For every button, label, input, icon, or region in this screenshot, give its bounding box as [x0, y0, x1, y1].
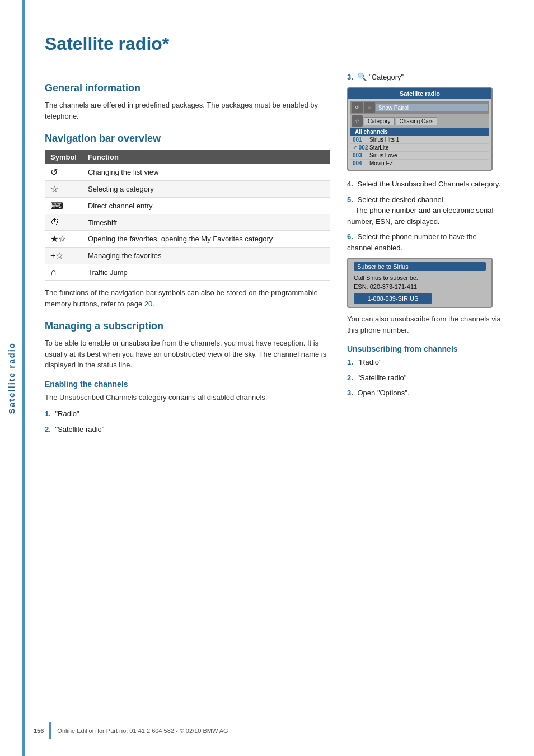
- step3-icon: 🔍: [357, 72, 367, 81]
- subscribe-line2: ESN: 020-373-171-411: [354, 282, 486, 291]
- nav-symbol: +☆: [45, 248, 82, 264]
- unsub-step: 3. Open "Options".: [347, 388, 504, 399]
- nav-function: Selecting a category: [82, 181, 330, 198]
- step-text: "Radio": [357, 358, 381, 366]
- enabling-step: 2. "Satellite radio": [45, 424, 330, 435]
- step-text: "Satellite radio": [55, 425, 104, 433]
- channel-label: Sirius Hits 1: [369, 137, 399, 143]
- unsubscribing-subheading: Unsubscribing from channels: [347, 344, 504, 353]
- side-stripe: [22, 0, 25, 756]
- nav-table-row: ☆ Selecting a category: [45, 181, 330, 198]
- channel-row: 001 Sirius Hits 1: [350, 136, 489, 144]
- step-num: 4.: [347, 180, 353, 188]
- enabling-body: The Unsubscribed Channels category conta…: [45, 392, 330, 403]
- footer: 156 Online Edition for Part no. 01 41 2 …: [34, 722, 534, 739]
- nav-function: Changing the list view: [82, 164, 330, 181]
- unsub-step: 2. "Satellite radio": [347, 372, 504, 384]
- step-text: Select the phone number to have the chan…: [347, 232, 477, 252]
- footer-bar: [49, 722, 51, 739]
- right-step: 4. Select the Unsubscribed Channels cate…: [347, 179, 504, 190]
- nav-symbol: ↺: [45, 164, 82, 181]
- subscribe-note: You can also unsubscribe from the channe…: [347, 314, 504, 335]
- step-num: 1.: [347, 358, 353, 366]
- nav-symbol: ☆: [45, 181, 82, 198]
- channel-label: Movin EZ: [369, 160, 393, 166]
- channel-label: StarLite: [369, 144, 388, 151]
- subscribe-button[interactable]: 1-888-539-SIRIUS: [354, 293, 432, 304]
- unsub-step: 1. "Radio": [347, 357, 504, 368]
- nav-function: Managing the favorites: [82, 248, 330, 264]
- channel-num: 003: [353, 152, 369, 158]
- nav-function: Traffic Jump: [82, 264, 330, 281]
- right-step: 5. Select the desired channel. The phone…: [347, 194, 504, 227]
- step-text: Select the Unsubscribed Channels categor…: [357, 180, 500, 188]
- footer-page: 156: [34, 727, 44, 734]
- nav-symbol: ⏱: [45, 214, 82, 231]
- nav-table-col1: Symbol: [45, 150, 82, 164]
- nav-function: Timeshift: [82, 214, 330, 231]
- step-num: 3.: [347, 389, 353, 397]
- general-info-heading: General information: [45, 82, 330, 94]
- step-text: "Radio": [55, 409, 79, 418]
- enabling-steps-list: 1. "Radio"2. "Satellite radio": [45, 408, 330, 435]
- step-text: Select the desired channel. The phone nu…: [347, 195, 493, 226]
- nav-function: Direct channel entry: [82, 198, 330, 214]
- channel-list: 001 Sirius Hits 1 ✓ 002 StarLite 003 Sir…: [350, 136, 489, 167]
- step3-item: 3. 🔍 "Category": [347, 71, 504, 83]
- enabling-step: 1. "Radio": [45, 408, 330, 419]
- page-link[interactable]: 20: [144, 300, 152, 308]
- right-column: 3. 🔍 "Category" Satellite radio ↺ ☆ Snow…: [347, 71, 504, 439]
- nav-symbol: ⌨: [45, 198, 82, 214]
- managing-heading: Managing a subscription: [45, 320, 330, 332]
- step-text: "Satellite radio": [357, 374, 406, 382]
- step3-num: 3.: [347, 73, 353, 81]
- subscribe-screenshot: Subscribe to Sirius Call Sirius to subsc…: [347, 258, 493, 308]
- nav-bar-heading: Navigation bar overview: [45, 133, 330, 144]
- step-text: Open "Options".: [357, 389, 409, 397]
- nav-table-row: ∩ Traffic Jump: [45, 264, 330, 281]
- nav-table-col2: Function: [82, 150, 330, 164]
- channel-row: 004 Movin EZ: [350, 160, 489, 167]
- side-label: Satellite radio: [0, 0, 22, 756]
- satellite-radio-screenshot: Satellite radio ↺ ☆ Snow Patrol ☆ Catego…: [347, 87, 493, 171]
- step-num: 6.: [347, 232, 353, 241]
- nav-table-row: ★☆ Opening the favorites, opening the My…: [45, 231, 330, 248]
- step-num: 1.: [45, 409, 51, 418]
- screenshot-title: Satellite radio: [348, 88, 491, 99]
- side-label-text: Satellite radio: [7, 342, 16, 414]
- nav-function: Opening the favorites, opening the My Fa…: [82, 231, 330, 248]
- nav-symbol: ∩: [45, 264, 82, 281]
- footer-text: Online Edition for Part no. 01 41 2 604 …: [57, 727, 228, 734]
- screenshot-body: ↺ ☆ Snow Patrol ☆ Category Chasing Cars …: [348, 99, 491, 170]
- subscribe-line1: Call Sirius to subscribe.: [354, 273, 486, 282]
- channel-num: ✓ 002: [353, 144, 369, 151]
- right-steps: 4. Select the Unsubscribed Channels cate…: [347, 179, 504, 253]
- nav-table: Symbol Function ↺ Changing the list view…: [45, 150, 330, 281]
- right-step: 6. Select the phone number to have the c…: [347, 231, 504, 253]
- step-num: 5.: [347, 195, 353, 204]
- nav-table-row: ⌨ Direct channel entry: [45, 198, 330, 214]
- nav-symbol: ★☆: [45, 231, 82, 248]
- nav-bar-note: The functions of the navigation bar symb…: [45, 287, 330, 309]
- unsubscribing-steps: 1. "Radio"2. "Satellite radio"3. Open "O…: [347, 357, 504, 399]
- managing-body: To be able to enable or unsubscribe from…: [45, 338, 330, 371]
- channel-num: 001: [353, 137, 369, 143]
- channel-num: 004: [353, 160, 369, 166]
- nav-table-row: ⏱ Timeshift: [45, 214, 330, 231]
- channel-row: 003 Sirius Love: [350, 152, 489, 160]
- nav-table-row: +☆ Managing the favorites: [45, 248, 330, 264]
- channel-label: Sirius Love: [369, 152, 397, 158]
- page-title: Satellite radio*: [45, 34, 504, 54]
- enabling-subheading: Enabling the channels: [45, 380, 330, 389]
- channel-row: ✓ 002 StarLite: [350, 144, 489, 152]
- subscribe-title: Subscribe to Sirius: [354, 262, 486, 271]
- nav-table-row: ↺ Changing the list view: [45, 164, 330, 181]
- step3-text: "Category": [369, 73, 404, 81]
- step-num: 2.: [45, 425, 51, 433]
- left-column: General information The channels are off…: [45, 71, 330, 439]
- general-info-body: The channels are offered in predefined p…: [45, 100, 330, 122]
- step-num: 2.: [347, 374, 353, 382]
